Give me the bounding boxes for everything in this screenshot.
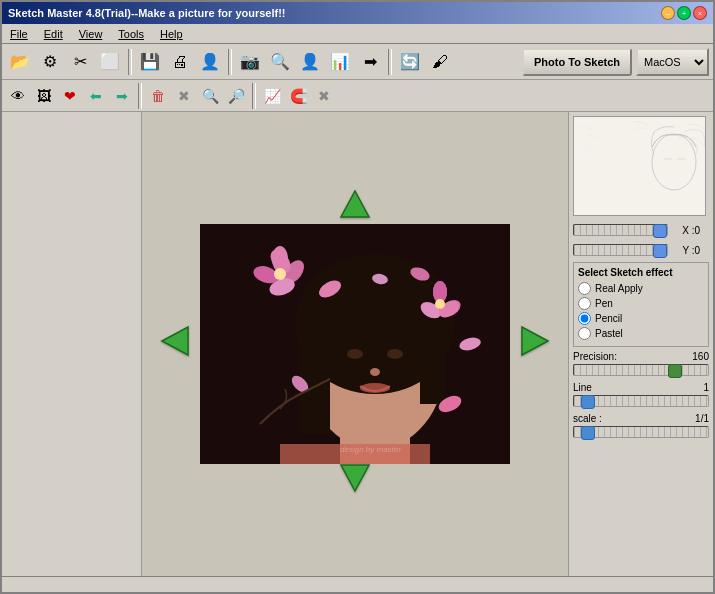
scroll-down-arrow[interactable]	[339, 463, 371, 499]
real-apply-row: Real Apply	[578, 282, 704, 295]
scale-slider[interactable]	[573, 426, 709, 438]
svg-point-12	[360, 383, 390, 393]
menu-edit[interactable]: Edit	[40, 27, 67, 41]
eye-button[interactable]: 👁	[6, 84, 30, 108]
svg-marker-1	[341, 465, 369, 491]
brush-button[interactable]: 🖌	[426, 48, 454, 76]
settings-button[interactable]: ⚙	[36, 48, 64, 76]
save-button[interactable]: 💾	[136, 48, 164, 76]
svg-point-20	[274, 268, 286, 280]
cancel-button[interactable]: ✖	[172, 84, 196, 108]
style-dropdown[interactable]: MacOS Windows Linux	[636, 48, 709, 76]
x-slider[interactable]	[573, 224, 668, 236]
scale-label-row: scale : 1/1	[573, 413, 709, 424]
pastel-label: Pastel	[595, 328, 623, 339]
precision-label-row: Precision: 160	[573, 351, 709, 362]
close-button[interactable]: ×	[693, 6, 707, 20]
svg-point-10	[387, 349, 403, 359]
scale-label: scale :	[573, 413, 602, 424]
y-slider[interactable]	[573, 244, 668, 256]
scroll-left-arrow[interactable]	[160, 325, 190, 363]
sketch-effect-title: Select Sketch effect	[578, 267, 704, 278]
svg-marker-0	[341, 191, 369, 217]
menu-file[interactable]: File	[6, 27, 32, 41]
open-button[interactable]: 📂	[6, 48, 34, 76]
pencil-radio[interactable]	[578, 312, 591, 325]
canvas-area[interactable]: design by master	[142, 112, 568, 576]
line-value: 1	[703, 382, 709, 393]
precision-slider[interactable]	[573, 364, 709, 376]
window-title: Sketch Master 4.8(Trial)--Make a picture…	[8, 7, 286, 19]
menu-bar: File Edit View Tools Help	[2, 24, 713, 44]
right-panel: X :0 Y :0 Select Sketch effect Real Appl…	[568, 112, 713, 576]
svg-marker-3	[522, 327, 548, 355]
precision-value: 160	[692, 351, 709, 362]
effect-dropdown-area: Photo To Sketch MacOS Windows Linux	[522, 48, 709, 76]
separator2	[228, 49, 232, 75]
pencil-label: Pencil	[595, 313, 622, 324]
person2-button[interactable]: 👤	[296, 48, 324, 76]
pastel-row: Pastel	[578, 327, 704, 340]
zoom-button[interactable]: 🔍	[266, 48, 294, 76]
pen-label: Pen	[595, 298, 613, 309]
picture-button[interactable]: 🖼	[32, 84, 56, 108]
svg-marker-2	[162, 327, 188, 355]
cancel2-button[interactable]: ✖	[312, 84, 336, 108]
real-apply-label: Real Apply	[595, 283, 643, 294]
menu-view[interactable]: View	[75, 27, 107, 41]
zoom-out-button[interactable]: 🔎	[224, 84, 248, 108]
cut-tool-button[interactable]: ✂	[66, 48, 94, 76]
separator4	[138, 83, 142, 109]
svg-rect-8	[420, 304, 445, 404]
pastel-radio[interactable]	[578, 327, 591, 340]
precision-section: Precision: 160	[573, 351, 709, 378]
y-coord-label: Y :0	[672, 245, 700, 256]
title-bar: Sketch Master 4.8(Trial)--Make a picture…	[2, 2, 713, 24]
delete-button[interactable]: 🗑	[146, 84, 170, 108]
x-coord-label: X :0	[672, 225, 700, 236]
chart-button[interactable]: 📊	[326, 48, 354, 76]
search-zoom-button[interactable]: 🔍	[198, 84, 222, 108]
back-button[interactable]: ⬅	[84, 84, 108, 108]
menu-tools[interactable]: Tools	[114, 27, 148, 41]
camera-button[interactable]: 📷	[236, 48, 264, 76]
person-button[interactable]: 👤	[196, 48, 224, 76]
minimize-button[interactable]: –	[661, 6, 675, 20]
scale-section: scale : 1/1	[573, 413, 709, 440]
pen-radio[interactable]	[578, 297, 591, 310]
svg-point-9	[347, 349, 363, 359]
sketch-preview-svg	[574, 117, 706, 216]
line-label: Line	[573, 382, 592, 393]
scroll-up-arrow[interactable]	[339, 189, 371, 225]
y-coord-row: Y :0	[573, 242, 709, 258]
menu-help[interactable]: Help	[156, 27, 187, 41]
line-section: Line 1	[573, 382, 709, 409]
pen-row: Pen	[578, 297, 704, 310]
real-apply-radio[interactable]	[578, 282, 591, 295]
heart-button[interactable]: ❤	[58, 84, 82, 108]
magnet-button[interactable]: 🧲	[286, 84, 310, 108]
pencil-row: Pencil	[578, 312, 704, 325]
rect-button[interactable]: ⬜	[96, 48, 124, 76]
separator1	[128, 49, 132, 75]
scroll-right-arrow[interactable]	[520, 325, 550, 363]
forward-button[interactable]: ➡	[110, 84, 134, 108]
graph-button[interactable]: 📈	[260, 84, 284, 108]
print-button[interactable]: 🖨	[166, 48, 194, 76]
separator5	[252, 83, 256, 109]
canvas-image-container: design by master	[200, 224, 510, 464]
line-slider[interactable]	[573, 395, 709, 407]
status-bar	[2, 576, 713, 594]
arrow-button[interactable]: ➡	[356, 48, 384, 76]
scale-value: 1/1	[695, 413, 709, 424]
maximize-button[interactable]: +	[677, 6, 691, 20]
switch-button[interactable]: 🔄	[396, 48, 424, 76]
photo-to-sketch-button[interactable]: Photo To Sketch	[522, 48, 632, 76]
main-image: design by master	[200, 224, 510, 464]
svg-point-26	[435, 299, 445, 309]
main-layout: design by master	[2, 112, 713, 576]
svg-point-11	[370, 368, 380, 376]
line-label-row: Line 1	[573, 382, 709, 393]
preview-box	[573, 116, 706, 216]
precision-label: Precision:	[573, 351, 617, 362]
